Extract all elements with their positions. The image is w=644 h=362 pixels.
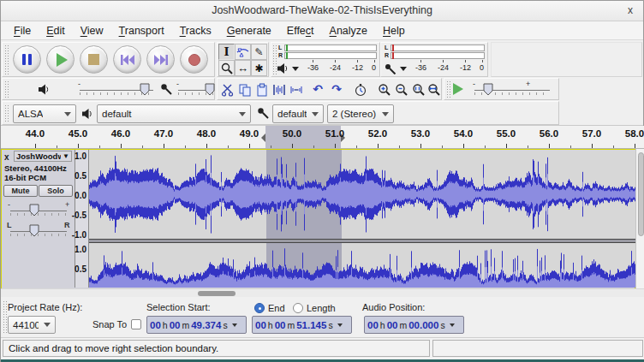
stop-button[interactable] <box>80 45 108 74</box>
transport-toolbar-grip[interactable] <box>4 45 9 75</box>
play-at-speed-button[interactable] <box>453 83 463 95</box>
record-button[interactable] <box>180 45 208 74</box>
pause-button[interactable] <box>13 45 41 74</box>
output-volume-slider-thumb[interactable] <box>140 83 150 96</box>
ruler-tick-minor <box>271 145 271 148</box>
trim-outside-selection-button[interactable] <box>271 82 287 98</box>
menu-effect[interactable]: Effect <box>279 23 322 39</box>
playback-meter-dropdown[interactable] <box>292 67 299 71</box>
pan-slider-thumb[interactable] <box>29 224 39 237</box>
title-bar[interactable]: JoshWoodward-TheWake-02-ThisIsEverything… <box>1 1 643 21</box>
ruler-tick <box>420 144 421 148</box>
recording-device-combo[interactable]: default <box>272 104 324 123</box>
time-field-dropdown-icon[interactable] <box>232 323 237 327</box>
ruler-tick <box>249 144 250 148</box>
menu-analyze[interactable]: Analyze <box>322 23 375 39</box>
tools-toolbar: I ✎ ↔ ✱ <box>217 42 269 77</box>
menu-help[interactable]: Help <box>375 23 413 39</box>
fit-selection-button[interactable] <box>411 82 426 98</box>
selection-end-field[interactable]: 00h 00m 51.145s <box>252 316 352 334</box>
audacity-window: JoshWoodward-TheWake-02-ThisIsEverything… <box>0 0 644 362</box>
silence-selection-button[interactable] <box>289 82 304 98</box>
play-speed-slider-thumb[interactable] <box>483 83 493 96</box>
horizontal-scrollbar-thumb[interactable] <box>198 291 236 296</box>
redo-button[interactable]: ↷ <box>329 81 344 97</box>
selection-left-handle[interactable] <box>261 134 265 142</box>
snap-to-checkbox[interactable] <box>131 319 141 329</box>
close-window-button[interactable]: x <box>628 4 633 16</box>
solo-button[interactable]: Solo <box>39 185 73 197</box>
menu-view[interactable]: View <box>73 23 111 39</box>
draw-tool-icon: ✎ <box>254 46 263 58</box>
microphone-icon <box>385 63 397 74</box>
time-shift-tool-button[interactable]: ↔ <box>235 60 251 76</box>
playback-meter-left-bar[interactable] <box>284 45 377 51</box>
audio-position-field[interactable]: 00h 00m 00.000s <box>364 316 464 334</box>
ruler-tick-minor <box>185 145 186 148</box>
play-button[interactable] <box>46 45 75 74</box>
status-secondary-pane <box>432 340 643 357</box>
zoom-toggle-button[interactable] <box>353 82 368 98</box>
gain-slider-thumb[interactable] <box>29 204 39 217</box>
track-menu-dropdown-icon[interactable]: ▼ <box>63 152 69 160</box>
vertical-scrollbar[interactable] <box>635 149 644 288</box>
paste-button[interactable] <box>254 82 270 98</box>
recording-meter-dropdown[interactable] <box>400 67 407 71</box>
ruler-label: 53.0 <box>411 128 430 139</box>
menu-edit[interactable]: Edit <box>39 23 73 39</box>
empty-dock-area <box>491 42 642 77</box>
vertical-ruler[interactable]: 1.0 0.5 0.0 -0.5 -1.0 1.0 0.5 <box>75 150 89 288</box>
ruler-label: 45.0 <box>69 128 87 139</box>
undo-button[interactable]: ↶ <box>310 81 325 97</box>
mute-button[interactable]: Mute <box>3 185 38 197</box>
waveform-left-channel[interactable] <box>89 150 636 239</box>
draw-tool-button[interactable]: ✎ <box>251 44 267 60</box>
recording-channels-combo[interactable]: 2 (Stereo) Ir <box>327 104 394 123</box>
zoom-out-button[interactable] <box>394 82 409 98</box>
skip-to-end-button[interactable] <box>146 45 175 74</box>
menu-generate[interactable]: Generate <box>219 23 279 39</box>
envelope-tool-button[interactable] <box>235 44 251 60</box>
meter-scale-label: 0 <box>480 63 484 72</box>
multi-tool-button[interactable]: ✱ <box>251 60 267 76</box>
time-field-dropdown-icon[interactable] <box>337 323 343 327</box>
selection-start-field[interactable]: 00h 00m 49.374s <box>146 316 247 334</box>
vertical-scrollbar-thumb[interactable] <box>638 152 644 236</box>
status-bar: Click and drag to move right selection b… <box>1 338 644 359</box>
playback-meter-right-bar[interactable] <box>284 52 377 59</box>
cut-button[interactable] <box>220 82 236 98</box>
fit-project-button[interactable] <box>426 82 442 98</box>
vruler-label: 0.5 <box>75 171 86 181</box>
ruler-tick <box>378 144 379 148</box>
menu-file[interactable]: File <box>6 23 39 39</box>
playback-device-combo[interactable]: default <box>97 104 251 123</box>
zoom-in-button[interactable] <box>377 82 392 98</box>
copy-icon <box>238 83 252 97</box>
menu-tracks[interactable]: Tracks <box>172 23 219 39</box>
skip-to-start-button[interactable] <box>113 45 141 74</box>
playback-meter-grip[interactable] <box>272 45 277 75</box>
project-rate-combo[interactable]: 44100 <box>8 316 56 334</box>
end-radio[interactable] <box>254 303 265 313</box>
mixer-toolbar-grip[interactable] <box>4 80 9 98</box>
ruler-label: 46.0 <box>111 128 130 139</box>
track-close-button[interactable]: x <box>4 152 9 162</box>
microphone-icon <box>257 107 269 119</box>
device-toolbar-grip[interactable] <box>4 104 9 123</box>
zoom-tool-button[interactable] <box>218 60 235 76</box>
track-title-box[interactable]: JoshWoodwa ▼ <box>14 151 72 162</box>
length-radio[interactable] <box>293 303 303 313</box>
play-at-speed-grip[interactable] <box>446 80 450 98</box>
time-field-dropdown-icon[interactable] <box>450 323 455 327</box>
timeline-ruler[interactable]: 44.045.046.047.048.049.050.051.052.053.0… <box>1 126 644 149</box>
recording-meter-left-bar[interactable] <box>391 45 485 51</box>
copy-button[interactable] <box>237 82 253 98</box>
input-volume-slider-thumb[interactable] <box>205 83 215 96</box>
audio-host-combo[interactable]: ALSA <box>13 104 76 123</box>
recording-meter-right-bar[interactable] <box>391 52 485 59</box>
selection-tool-button[interactable]: I <box>218 44 235 60</box>
menu-transport[interactable]: Transport <box>111 23 172 39</box>
horizontal-scrollbar[interactable] <box>1 288 644 297</box>
selection-toolbar-grip[interactable] <box>3 300 7 335</box>
waveform-right-channel[interactable] <box>89 243 636 288</box>
